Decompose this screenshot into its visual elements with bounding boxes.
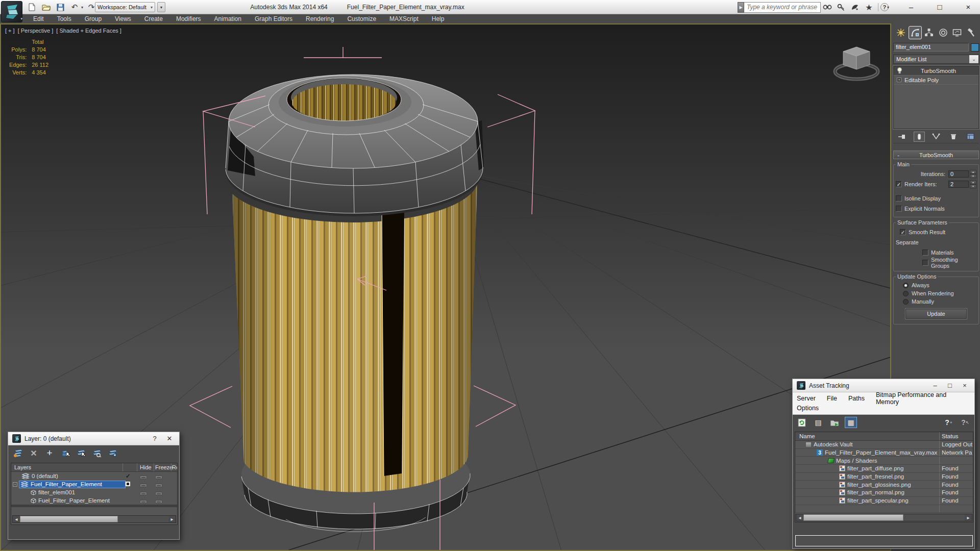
asset-row-max-file[interactable]: 3Fuel_Filter_Paper_Element_max_vray.max …: [795, 449, 973, 457]
tab-modify-icon[interactable]: [909, 26, 922, 39]
app-logo[interactable]: ▾: [1, 1, 22, 22]
freeze-toggle[interactable]: [155, 475, 162, 479]
menu-create[interactable]: Create: [138, 14, 169, 23]
layer-horizontal-scrollbar[interactable]: ◂ ▸: [12, 515, 176, 523]
iterations-field[interactable]: 0: [948, 170, 969, 178]
undo-dropdown-icon[interactable]: ▾: [81, 5, 83, 10]
refresh-icon[interactable]: [796, 417, 808, 428]
workspace-selector[interactable]: Workspace: Default ▾: [95, 2, 155, 12]
scroll-left-icon[interactable]: ◂: [796, 515, 803, 520]
asset-menu-bitmap-performance[interactable]: Bitmap Performance and Memory: [876, 391, 970, 406]
create-new-layer-icon[interactable]: [12, 448, 23, 458]
explicit-normals-checkbox[interactable]: [896, 206, 902, 212]
context-help-icon[interactable]: ?↖: [959, 417, 971, 428]
asset-maximize-button[interactable]: □: [944, 382, 955, 389]
update-button[interactable]: Update: [905, 309, 967, 319]
minimize-button[interactable]: –: [903, 2, 919, 13]
render-iters-spinner[interactable]: ▲▼: [970, 180, 976, 188]
toolbar-overflow-button[interactable]: ▾: [157, 2, 165, 12]
smoothing-groups-checkbox[interactable]: [922, 260, 928, 266]
update-always-radio[interactable]: [903, 283, 909, 288]
iterations-spinner[interactable]: ▲▼: [970, 170, 976, 178]
add-to-layer-icon[interactable]: +: [44, 448, 55, 458]
scroll-right-icon[interactable]: ▸: [965, 515, 972, 520]
stack-item-editable-poly[interactable]: + Editable Poly: [894, 76, 978, 85]
select-objects-in-layer-icon[interactable]: [60, 448, 71, 458]
tab-hierarchy-icon[interactable]: [922, 26, 936, 39]
tab-display-icon[interactable]: [950, 26, 964, 39]
viewport-menu-shading[interactable]: [ Shaded + Edged Faces ]: [56, 28, 121, 34]
layer-row-fuel-filter-object[interactable]: Fuel_Filter_Paper_Element: [11, 496, 177, 505]
edit-paths-icon[interactable]: [828, 417, 841, 428]
asset-row-specular[interactable]: filter_part_specular.png Found: [795, 497, 973, 505]
expand-plus-icon[interactable]: +: [897, 78, 901, 82]
help-whatsthis-icon[interactable]: ?✦: [943, 417, 955, 428]
scroll-left-icon[interactable]: ◂: [13, 516, 20, 522]
fuel-filter-model[interactable]: [226, 74, 484, 532]
menu-edit[interactable]: Edit: [27, 14, 51, 23]
freeze-toggle[interactable]: [155, 492, 162, 495]
view-cube[interactable]: [835, 47, 878, 79]
menu-rendering[interactable]: Rendering: [299, 14, 340, 23]
new-file-icon[interactable]: [26, 2, 38, 13]
asset-minimize-button[interactable]: –: [929, 382, 941, 389]
smooth-result-checkbox[interactable]: ✓: [900, 229, 906, 235]
communication-center-icon[interactable]: [848, 2, 862, 13]
remove-modifier-icon[interactable]: [948, 132, 959, 142]
set-current-layer-icon[interactable]: [76, 448, 87, 458]
collapse-minus-icon[interactable]: -: [13, 482, 17, 487]
asset-horizontal-scrollbar[interactable]: ◂ ▸: [796, 514, 972, 521]
asset-menu-file[interactable]: File: [827, 395, 837, 402]
asset-row-diffuse[interactable]: filter_part_diffuse.png Found: [795, 465, 973, 473]
current-layer-check[interactable]: ✓: [126, 472, 140, 480]
menu-animation[interactable]: Animation: [208, 14, 248, 23]
freeze-toggle[interactable]: [155, 484, 162, 487]
modifier-list-dropdown[interactable]: Modifier List ⌄: [893, 55, 979, 64]
menu-modifiers[interactable]: Modifiers: [169, 14, 208, 23]
layer-row-filter-elem001[interactable]: filter_elem001: [11, 488, 177, 496]
asset-row-glossines[interactable]: filter_part_glossines.png Found: [795, 481, 973, 489]
layer-dialog-titlebar[interactable]: Layer: 0 (default) ? ✕: [8, 432, 179, 445]
menu-tools[interactable]: Tools: [51, 14, 78, 23]
object-name-field[interactable]: filter_elem001: [893, 43, 969, 52]
asset-row-normal[interactable]: filter_part_normal.png Found: [795, 489, 973, 497]
highlight-selected-layer-icon[interactable]: [91, 448, 103, 458]
search-icon[interactable]: [821, 2, 835, 13]
undo-icon[interactable]: ↶: [68, 2, 81, 13]
col-layers[interactable]: Layers: [11, 464, 126, 470]
lightbulb-icon[interactable]: [897, 67, 902, 74]
menu-graph-editors[interactable]: Graph Editors: [248, 14, 299, 23]
col-freeze[interactable]: Freeze: [155, 464, 172, 470]
scroll-thumb[interactable]: [20, 516, 118, 522]
search-input[interactable]: [744, 2, 821, 13]
show-end-result-icon[interactable]: [914, 132, 925, 142]
menu-maxscript[interactable]: MAXScript: [383, 14, 425, 23]
col-render[interactable]: Re: [172, 464, 177, 470]
asset-row-fresnel[interactable]: filter_part_fresnel.png Found: [795, 473, 973, 481]
asset-menu-paths[interactable]: Paths: [848, 395, 865, 402]
turbosmooth-rollout-header[interactable]: - TurboSmooth: [893, 151, 979, 159]
save-icon[interactable]: [54, 2, 66, 13]
favorites-star-icon[interactable]: ★: [862, 2, 876, 13]
scroll-thumb[interactable]: [803, 514, 903, 521]
search-history-button[interactable]: ▶: [738, 2, 744, 13]
update-manually-radio[interactable]: [903, 299, 909, 305]
materials-checkbox[interactable]: [922, 249, 928, 256]
asset-dialog-titlebar[interactable]: Asset Tracking – □ ×: [793, 379, 974, 392]
asset-row-maps-shaders[interactable]: Maps / Shaders: [795, 457, 973, 465]
render-iters-checkbox[interactable]: ✓: [896, 181, 902, 187]
layer-close-button[interactable]: ✕: [164, 435, 175, 442]
render-iters-field[interactable]: 2: [948, 181, 969, 188]
viewport-menu-general[interactable]: [ + ]: [5, 28, 15, 34]
tab-utilities-icon[interactable]: [965, 26, 978, 39]
subscription-key-icon[interactable]: [835, 2, 848, 13]
hide-toggle[interactable]: [140, 492, 147, 495]
configure-modifier-sets-icon[interactable]: [965, 132, 976, 142]
maximize-button[interactable]: □: [932, 2, 947, 13]
layer-help-button[interactable]: ?: [149, 435, 160, 442]
col-hide[interactable]: Hide: [140, 464, 155, 470]
report-view-icon[interactable]: ▤: [812, 417, 824, 428]
menu-group[interactable]: Group: [78, 14, 108, 23]
asset-menu-server[interactable]: Server: [797, 395, 816, 402]
make-unique-icon[interactable]: [930, 132, 942, 142]
